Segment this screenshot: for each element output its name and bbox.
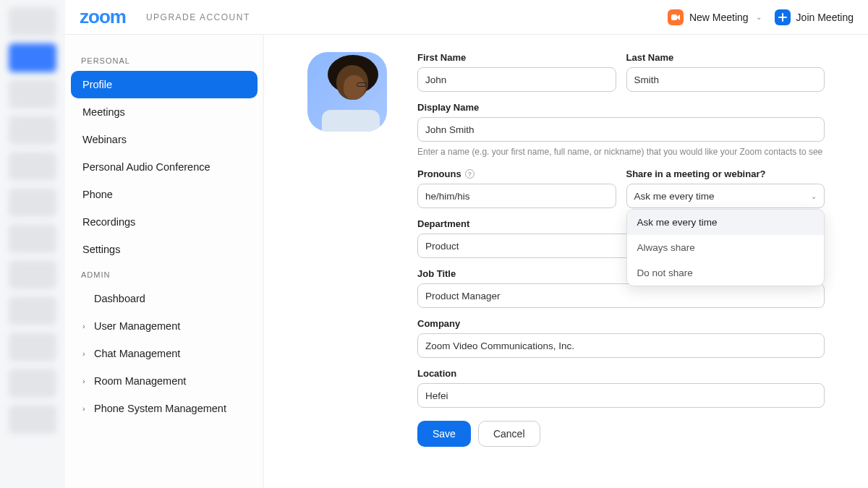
display-name-hint: Enter a name (e.g. your first name, full… — [417, 146, 825, 158]
first-name-label: First Name — [417, 52, 616, 63]
share-selected-value: Ask me every time — [634, 191, 715, 202]
chevron-down-icon: ⌄ — [756, 13, 762, 21]
last-name-label: Last Name — [626, 52, 825, 63]
sidebar-item-recordings[interactable]: Recordings — [71, 208, 258, 236]
company-label: Company — [417, 318, 825, 329]
share-select[interactable]: Ask me every time ⌄ — [626, 184, 825, 208]
first-name-input[interactable] — [417, 67, 616, 92]
upgrade-account-link[interactable]: UPGRADE ACCOUNT — [146, 12, 250, 22]
sidebar-item-personal-audio[interactable]: Personal Audio Conference — [71, 153, 258, 181]
sidebar-item-user-management[interactable]: ›User Management — [71, 312, 258, 340]
sidebar-item-phone-system-management[interactable]: ›Phone System Management — [71, 395, 258, 422]
plus-icon — [775, 9, 791, 25]
sidebar-item-profile[interactable]: Profile — [71, 71, 258, 98]
display-name-label: Display Name — [417, 102, 825, 113]
sidebar-item-settings[interactable]: Settings — [71, 236, 258, 263]
chevron-right-icon: › — [82, 322, 90, 330]
cancel-button[interactable]: Cancel — [478, 421, 540, 447]
chevron-down-icon: ⌄ — [811, 192, 817, 200]
display-name-input[interactable] — [417, 117, 825, 142]
chevron-right-icon: › — [82, 349, 90, 358]
sidebar-item-room-management[interactable]: ›Room Management — [71, 367, 258, 395]
svg-rect-0 — [671, 14, 677, 20]
sidebar-item-phone[interactable]: Phone — [71, 181, 258, 208]
pronouns-input[interactable] — [417, 184, 616, 208]
nav-section-personal: PERSONAL — [71, 49, 258, 71]
share-option-always[interactable]: Always share — [627, 235, 825, 260]
nav-section-admin: ADMIN — [71, 263, 258, 285]
sidebar-item-meetings[interactable]: Meetings — [71, 98, 258, 126]
join-meeting-label: Join Meeting — [796, 12, 854, 23]
location-input[interactable] — [417, 383, 825, 408]
zoom-logo: zoom — [80, 6, 126, 28]
sidebar: PERSONAL Profile Meetings Webinars Perso… — [65, 35, 264, 488]
sidebar-item-webinars[interactable]: Webinars — [71, 126, 258, 153]
share-option-never[interactable]: Do not share — [627, 260, 825, 286]
share-dropdown: Ask me every time Always share Do not sh… — [626, 209, 825, 286]
pronouns-label: Pronouns ? — [417, 168, 616, 179]
video-icon — [668, 9, 684, 25]
job-title-input[interactable] — [417, 283, 825, 308]
avatar[interactable] — [307, 52, 387, 132]
save-button[interactable]: Save — [417, 421, 471, 447]
new-meeting-label: New Meeting — [689, 12, 749, 23]
background-blur — [0, 0, 65, 488]
join-meeting-button[interactable]: Join Meeting — [775, 9, 854, 25]
company-input[interactable] — [417, 333, 825, 358]
share-option-ask[interactable]: Ask me every time — [627, 210, 825, 235]
sidebar-item-chat-management[interactable]: ›Chat Management — [71, 340, 258, 367]
app-header: zoom UPGRADE ACCOUNT New Meeting ⌄ Join … — [65, 0, 868, 35]
last-name-input[interactable] — [626, 67, 825, 92]
chevron-right-icon: › — [82, 377, 90, 385]
share-label: Share in a meeting or webinar? — [626, 168, 825, 179]
chevron-right-icon: › — [82, 404, 90, 413]
sidebar-item-dashboard[interactable]: Dashboard — [71, 285, 258, 312]
new-meeting-button[interactable]: New Meeting ⌄ — [668, 9, 762, 25]
profile-form: First Name Last Name Display Name Enter … — [264, 35, 868, 447]
location-label: Location — [417, 368, 825, 379]
help-icon[interactable]: ? — [465, 169, 475, 179]
